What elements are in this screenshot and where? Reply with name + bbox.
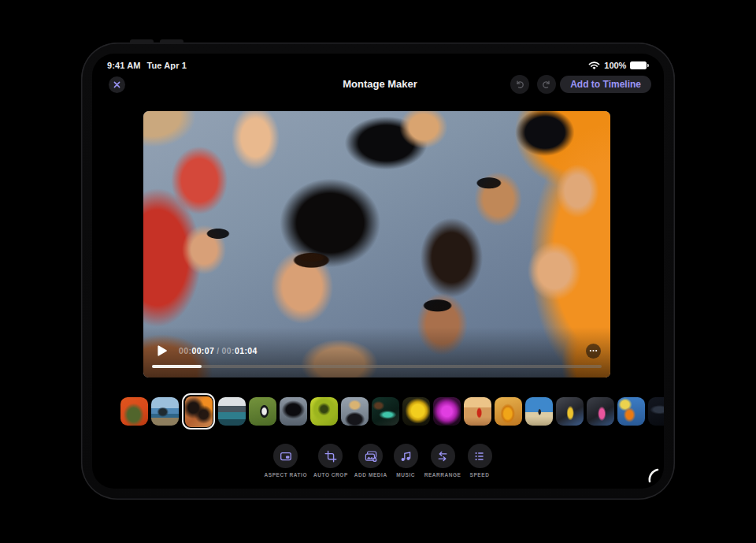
filmstrip-thumbnail-crater-lake[interactable]: [218, 397, 246, 426]
filmstrip-thumbnail-blonde-portrait[interactable]: [341, 397, 369, 426]
battery-icon: [630, 61, 649, 69]
jog-wheel-arc: [643, 465, 662, 489]
play-button[interactable]: [158, 345, 169, 357]
filmstrip-thumbnail-purple-dahlia[interactable]: [433, 397, 461, 426]
filmstrip-thumbnail-puffin[interactable]: [249, 397, 276, 426]
header: Montage Maker: [109, 75, 651, 95]
filmstrip-thumbnail-beach-walker[interactable]: [525, 397, 553, 426]
player-controls: 00:00:07/00:01:04: [158, 343, 601, 359]
video-player[interactable]: 00:00:07/00:01:04: [143, 111, 610, 377]
filmstrip-thumbnail-bird-silhouette[interactable]: [280, 397, 307, 426]
add-media-button[interactable]: ADD MEDIA: [354, 444, 387, 478]
music-note-icon: [399, 450, 412, 463]
toolbar: ASPECT RATIO AUTO CROP: [92, 444, 664, 478]
timecode: 00:00:07/00:01:04: [179, 346, 258, 355]
auto-crop-button[interactable]: AUTO CROP: [313, 444, 348, 478]
wifi-icon: [588, 61, 600, 70]
speed-button[interactable]: SPEED: [468, 444, 492, 478]
filmstrip-thumbnail-sunset-beach-runner[interactable]: [464, 397, 491, 426]
filmstrip-thumbnail-dancer-yellow-dress[interactable]: [495, 397, 522, 426]
progress-fill: [152, 365, 202, 368]
filmstrip-thumbnail-yellow-dress-rocks[interactable]: [556, 397, 584, 426]
filmstrip: [120, 392, 664, 430]
filmstrip-thumbnail-yellow-flower[interactable]: [402, 397, 430, 426]
speed-lines-icon: [473, 450, 486, 463]
status-time: 9:41 AM: [107, 61, 140, 70]
volume-up-button: [130, 39, 154, 44]
undo-button[interactable]: [510, 75, 529, 94]
volume-down-button: [160, 39, 183, 44]
filmstrip-thumbnail-beach-cove[interactable]: [151, 397, 179, 426]
aspect-ratio-icon: [280, 450, 292, 463]
swap-arrows-icon: [436, 450, 449, 463]
rearrange-button[interactable]: REARRANGE: [424, 444, 461, 478]
filmstrip-thumbnail-sunglasses-dark[interactable]: [648, 397, 664, 426]
canvas: 9:41 AM Tue Apr 1 100%: [0, 0, 756, 543]
redo-icon: [541, 79, 552, 90]
filmstrip-thumbnail-person-in-green-on-orange[interactable]: [120, 397, 148, 426]
music-button[interactable]: MUSIC: [394, 444, 418, 478]
redo-button[interactable]: [537, 75, 556, 94]
status-bar: 9:41 AM Tue Apr 1 100%: [107, 61, 649, 70]
filmstrip-thumbnail-green-succulent[interactable]: [310, 397, 338, 426]
filmstrip-thumbnail-friends-montage[interactable]: [182, 393, 215, 430]
ipad-device: 9:41 AM Tue Apr 1 100%: [81, 43, 675, 500]
filmstrip-thumbnail-orange-dancer-sky[interactable]: [617, 397, 645, 426]
add-media-icon: [365, 450, 377, 463]
battery-percent: 100%: [604, 61, 626, 70]
ellipsis-icon: [589, 349, 598, 352]
undo-icon: [514, 79, 525, 90]
play-icon: [158, 345, 167, 356]
crop-icon: [324, 450, 337, 463]
more-options-button[interactable]: [586, 344, 601, 359]
progress-bar[interactable]: [152, 365, 602, 368]
filmstrip-thumbnail-teal-branches[interactable]: [372, 397, 399, 426]
add-to-timeline-button[interactable]: Add to Timeline: [560, 76, 651, 93]
aspect-ratio-button[interactable]: ASPECT RATIO: [265, 444, 308, 478]
video-preview: [143, 111, 610, 377]
ipad-screen: 9:41 AM Tue Apr 1 100%: [92, 54, 664, 489]
filmstrip-thumbnail-pink-dress-rocks[interactable]: [587, 397, 614, 426]
status-date: Tue Apr 1: [146, 61, 186, 70]
